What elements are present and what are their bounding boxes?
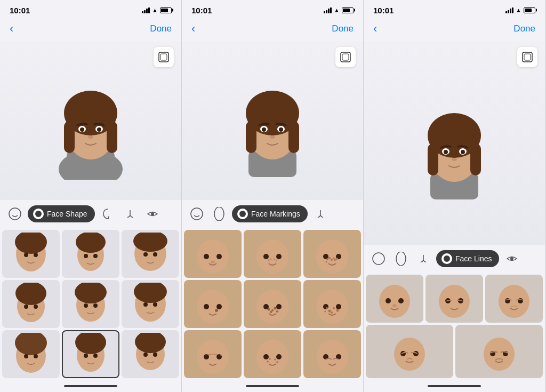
back-button-2[interactable]: ‹ — [191, 22, 195, 36]
svg-point-92 — [216, 304, 222, 309]
option-cell-3-4[interactable] — [366, 325, 453, 378]
svg-point-137 — [373, 253, 384, 265]
tab-icon-nose-1[interactable] — [121, 204, 140, 223]
svg-point-16 — [151, 212, 154, 215]
option-cell-1-4[interactable] — [2, 280, 60, 328]
tab-face-lines[interactable]: Face Lines — [436, 250, 499, 267]
svg-point-48 — [93, 354, 98, 358]
option-cell-2-7[interactable] — [184, 330, 242, 378]
signal-icon — [142, 7, 150, 13]
tab-icon-nose-2[interactable] — [311, 204, 330, 223]
tab-icon-eye-3[interactable] — [502, 249, 521, 268]
tab-icon-ear-3[interactable] — [391, 249, 411, 268]
back-button-1[interactable]: ‹ — [10, 22, 13, 36]
svg-point-32 — [34, 305, 38, 309]
avatar-icon-button-2[interactable] — [335, 47, 356, 67]
svg-point-110 — [325, 311, 326, 313]
tab-icon-ear-1[interactable] — [98, 204, 117, 223]
home-indicator-3 — [364, 380, 545, 392]
svg-point-70 — [204, 254, 209, 259]
wifi-icon: ▲ — [152, 7, 158, 13]
svg-point-153 — [413, 351, 419, 356]
home-bar-2 — [246, 385, 299, 387]
signal-icon-2 — [324, 7, 332, 13]
avatar-area-1 — [0, 42, 181, 200]
option-cell-3-3[interactable] — [485, 275, 543, 323]
svg-point-102 — [316, 290, 348, 324]
face-markings-pill-icon — [237, 209, 248, 219]
tab-icon-nose-3[interactable] — [414, 249, 433, 268]
option-cell-3-5[interactable] — [455, 325, 543, 378]
options-grid-2 — [182, 228, 363, 380]
tab-face-shape[interactable]: Face Shape — [28, 205, 95, 222]
svg-point-107 — [333, 307, 335, 309]
option-cell-2-5[interactable] — [244, 280, 301, 328]
option-cell-2-2[interactable] — [244, 230, 301, 278]
svg-point-11 — [80, 127, 84, 132]
svg-point-140 — [510, 257, 513, 260]
svg-point-142 — [386, 298, 391, 303]
svg-point-121 — [316, 340, 348, 374]
avatar-icon-button-3[interactable] — [517, 47, 537, 67]
option-cell-2-8[interactable] — [244, 330, 301, 378]
tab-icon-ear-2[interactable] — [210, 204, 229, 223]
tab-icon-head-3[interactable] — [369, 249, 388, 268]
svg-point-97 — [268, 308, 270, 311]
tab-icon-head-2[interactable] — [187, 204, 206, 223]
svg-point-73 — [256, 239, 288, 274]
option-cell-2-9[interactable] — [303, 330, 361, 378]
wifi-icon-3: ▲ — [516, 7, 521, 13]
category-tabs-2: Face Markings — [182, 200, 363, 228]
option-cell-1-2[interactable] — [62, 230, 119, 278]
svg-point-145 — [439, 285, 470, 318]
battery-icon-3 — [524, 7, 535, 13]
done-button-1[interactable]: Done — [150, 23, 172, 34]
avatar-icon-button-1[interactable] — [154, 47, 174, 67]
option-cell-1-3[interactable] — [122, 230, 179, 278]
done-button-2[interactable]: Done — [332, 23, 354, 34]
avatar-area-3 — [364, 42, 545, 245]
home-indicator-1 — [0, 380, 181, 392]
svg-point-99 — [274, 307, 277, 310]
options-grid-1 — [0, 228, 181, 380]
option-cell-1-9[interactable] — [122, 330, 179, 378]
svg-point-150 — [518, 298, 523, 303]
svg-point-89 — [333, 258, 335, 259]
battery-icon — [160, 7, 172, 13]
back-button-3[interactable]: ‹ — [373, 22, 377, 36]
svg-point-93 — [215, 309, 218, 312]
option-cell-2-3[interactable] — [303, 230, 361, 278]
svg-point-136 — [452, 158, 457, 161]
option-cell-1-5[interactable] — [62, 280, 119, 328]
option-cell-1-6[interactable] — [122, 280, 179, 328]
svg-point-149 — [505, 298, 510, 303]
tab-face-markings[interactable]: Face Markings — [232, 205, 308, 222]
svg-point-84 — [328, 257, 331, 259]
option-cell-1-7[interactable] — [2, 330, 60, 378]
svg-point-63 — [262, 127, 266, 132]
svg-point-144 — [392, 305, 397, 307]
home-indicator-2 — [182, 380, 363, 392]
panel-face-lines: 10:01 ▲ ‹ Done — [364, 0, 545, 392]
tab-icon-eye-1[interactable] — [143, 204, 162, 223]
svg-point-43 — [24, 354, 28, 358]
svg-point-19 — [24, 253, 28, 257]
svg-point-85 — [331, 259, 333, 261]
option-cell-1-1[interactable] — [2, 230, 60, 278]
option-cell-2-1[interactable] — [184, 230, 242, 278]
option-cell-3-1[interactable] — [366, 275, 423, 323]
svg-point-24 — [93, 254, 98, 258]
option-cell-1-8[interactable] — [62, 330, 119, 378]
svg-rect-1 — [160, 54, 167, 60]
option-cell-2-4[interactable] — [184, 280, 242, 328]
done-button-3[interactable]: Done — [513, 23, 535, 34]
svg-point-108 — [336, 309, 339, 312]
svg-point-91 — [204, 304, 209, 309]
svg-point-86 — [334, 259, 336, 261]
option-cell-3-2[interactable] — [425, 275, 483, 323]
svg-point-139 — [444, 255, 450, 262]
tab-icon-head-1[interactable] — [5, 204, 25, 223]
option-cell-2-6[interactable] — [303, 280, 361, 328]
svg-point-13 — [88, 135, 93, 139]
category-tabs-3: Face Lines — [364, 245, 545, 273]
